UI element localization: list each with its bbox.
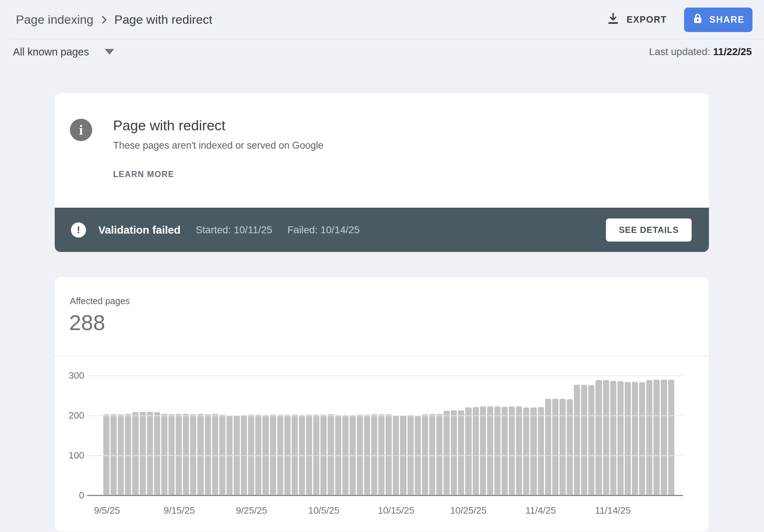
bar[interactable] xyxy=(364,415,370,495)
bar[interactable] xyxy=(530,407,536,495)
bar[interactable] xyxy=(487,406,493,495)
bar[interactable] xyxy=(190,414,196,495)
lock-icon xyxy=(692,13,704,27)
bar[interactable] xyxy=(480,406,486,495)
bar[interactable] xyxy=(668,380,674,495)
bar[interactable] xyxy=(588,385,594,495)
bar[interactable] xyxy=(639,382,645,495)
bar[interactable] xyxy=(632,382,638,495)
bar[interactable] xyxy=(140,412,146,495)
bar[interactable] xyxy=(219,415,225,495)
bar[interactable] xyxy=(212,414,218,495)
bar[interactable] xyxy=(183,414,189,495)
chart-card: Affected pages 288 01002003009/5/259/15/… xyxy=(55,277,709,531)
bar[interactable] xyxy=(473,407,479,495)
bar[interactable] xyxy=(320,415,327,495)
bar[interactable] xyxy=(371,414,377,495)
bar[interactable] xyxy=(299,415,305,495)
breadcrumb-current: Page with redirect xyxy=(114,13,212,27)
share-button[interactable]: SHARE xyxy=(684,8,752,32)
validation-banner: ! Validation failed Started: 10/11/25 Fa… xyxy=(55,208,709,252)
validation-started: Started: 10/11/25 xyxy=(196,224,272,236)
bar[interactable] xyxy=(176,414,182,495)
download-icon xyxy=(606,12,620,28)
bar[interactable] xyxy=(502,407,508,495)
bar[interactable] xyxy=(596,380,602,495)
bar[interactable] xyxy=(581,385,587,495)
bar[interactable] xyxy=(378,414,385,495)
bar[interactable] xyxy=(408,415,414,495)
bar[interactable] xyxy=(125,414,131,495)
bar[interactable] xyxy=(552,399,558,495)
x-axis-tick-label: 10/25/25 xyxy=(438,505,499,516)
bar[interactable] xyxy=(574,385,580,495)
see-details-button[interactable]: SEE DETAILS xyxy=(606,218,692,242)
bar[interactable] xyxy=(538,407,544,495)
share-label: SHARE xyxy=(709,14,745,25)
bar[interactable] xyxy=(625,382,631,495)
validation-failed: Failed: 10/14/25 xyxy=(287,224,360,236)
bar[interactable] xyxy=(516,406,522,495)
bar[interactable] xyxy=(509,406,515,495)
bar[interactable] xyxy=(306,415,312,495)
bar[interactable] xyxy=(197,414,203,495)
bar[interactable] xyxy=(111,414,117,495)
bar[interactable] xyxy=(458,410,464,495)
bar[interactable] xyxy=(313,415,319,495)
bar[interactable] xyxy=(103,414,109,495)
bar[interactable] xyxy=(292,415,298,495)
bar[interactable] xyxy=(147,412,153,495)
bar[interactable] xyxy=(342,415,349,495)
bar[interactable] xyxy=(494,406,500,495)
bar[interactable] xyxy=(617,381,624,495)
y-axis-tick-label: 200 xyxy=(55,410,84,421)
bar[interactable] xyxy=(277,415,283,495)
validation-status: Validation failed xyxy=(98,224,180,236)
bar[interactable] xyxy=(357,415,363,495)
bar[interactable] xyxy=(661,380,667,495)
export-button[interactable]: EXPORT xyxy=(606,12,667,28)
bar[interactable] xyxy=(328,414,334,495)
bar[interactable] xyxy=(653,380,660,495)
bar[interactable] xyxy=(241,415,247,495)
bar[interactable] xyxy=(161,414,167,495)
bar[interactable] xyxy=(451,410,457,495)
bar[interactable] xyxy=(118,414,124,495)
breadcrumb-page-indexing[interactable]: Page indexing xyxy=(16,13,94,27)
bar[interactable] xyxy=(154,412,160,495)
learn-more-link[interactable]: LEARN MORE xyxy=(113,170,174,179)
bar[interactable] xyxy=(646,380,652,495)
bar[interactable] xyxy=(168,414,175,495)
bar[interactable] xyxy=(545,399,551,495)
x-axis-tick-label: 9/5/25 xyxy=(76,505,138,516)
bar[interactable] xyxy=(248,415,254,495)
bar[interactable] xyxy=(429,414,435,495)
bar[interactable] xyxy=(523,407,529,495)
bar[interactable] xyxy=(422,414,428,495)
bar[interactable] xyxy=(465,407,471,495)
card-divider xyxy=(55,356,709,356)
bar[interactable] xyxy=(386,414,392,495)
bar[interactable] xyxy=(444,411,450,495)
y-axis-tick-label: 0 xyxy=(55,490,84,501)
bar[interactable] xyxy=(255,415,261,495)
bar[interactable] xyxy=(335,415,341,495)
gridline xyxy=(87,375,683,376)
bar[interactable] xyxy=(559,399,566,495)
chevron-right-icon xyxy=(99,14,109,25)
bar[interactable] xyxy=(132,412,138,495)
bar[interactable] xyxy=(610,381,616,495)
bar[interactable] xyxy=(270,415,276,495)
status-card: i Page with redirect These pages aren't … xyxy=(55,93,709,252)
bar[interactable] xyxy=(284,415,291,495)
known-pages-dropdown[interactable]: All known pages xyxy=(13,46,114,58)
bar[interactable] xyxy=(262,415,269,495)
bar[interactable] xyxy=(350,415,356,495)
bar[interactable] xyxy=(436,414,442,495)
status-card-description: These pages aren't indexed or served on … xyxy=(113,140,324,151)
bar[interactable] xyxy=(567,399,573,495)
bar[interactable] xyxy=(603,380,609,495)
bar[interactable] xyxy=(205,414,211,495)
top-bar: Page indexing Page with redirect EXPORT … xyxy=(0,0,764,39)
x-axis-line xyxy=(87,495,683,496)
